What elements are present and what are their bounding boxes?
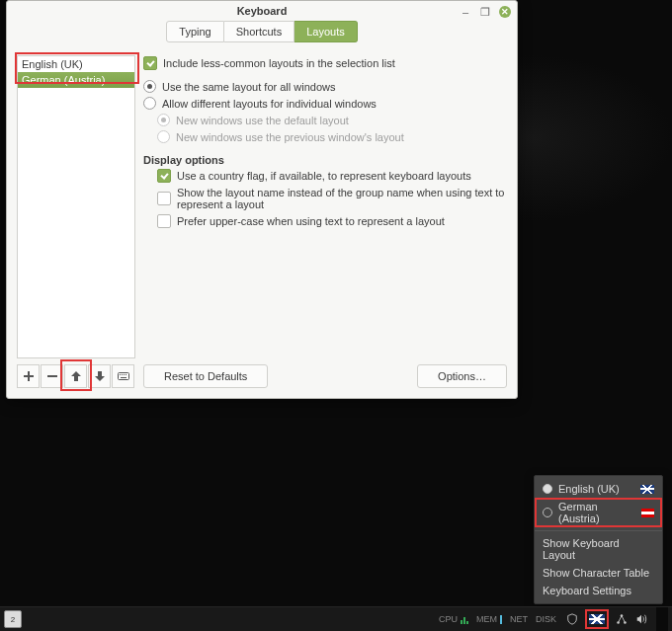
svg-rect-2 <box>120 374 121 375</box>
check-label: Use a country flag, if available, to rep… <box>177 170 471 182</box>
checkbox-icon[interactable] <box>157 169 171 183</box>
volume-icon[interactable] <box>634 612 648 626</box>
disk-meter[interactable]: DISK <box>533 614 559 624</box>
layout-option[interactable]: English (UK) <box>535 480 662 498</box>
tab-typing[interactable]: Typing <box>166 21 223 42</box>
checkbox-icon[interactable] <box>143 56 157 70</box>
svg-rect-6 <box>121 377 126 378</box>
svg-rect-0 <box>47 375 57 377</box>
radio-row: New windows use the default layout <box>143 113 507 127</box>
show-desktop-button[interactable] <box>656 607 668 631</box>
taskbar: 2 CPU MEM NET DISK <box>0 606 672 631</box>
radio-icon <box>543 508 552 517</box>
meter-label: NET <box>510 614 528 624</box>
arrow-down-icon <box>94 370 106 382</box>
checkbox-icon[interactable] <box>157 214 171 228</box>
arrow-up-icon <box>70 370 82 382</box>
cpu-meter[interactable]: CPU <box>436 614 471 624</box>
layouts-toolbar <box>17 364 135 388</box>
svg-rect-3 <box>122 374 123 375</box>
check-row[interactable]: Show the layout name instead of the grou… <box>143 186 507 211</box>
move-down-button[interactable] <box>88 364 111 388</box>
keyboard-settings-window: Keyboard – ❐ ✕ Typing Shortcuts Layouts … <box>6 0 518 399</box>
layout-label: English (UK) <box>558 483 620 495</box>
list-item[interactable]: German (Austria) <box>18 72 134 88</box>
layout-option[interactable]: German (Austria) <box>535 498 662 527</box>
tab-layouts[interactable]: Layouts <box>294 21 358 42</box>
preview-layout-button[interactable] <box>112 364 134 388</box>
keyboard-indicator-menu: English (UK) German (Austria) Show Keybo… <box>534 475 663 604</box>
tab-shortcuts[interactable]: Shortcuts <box>224 21 294 42</box>
layouts-list[interactable]: English (UK) German (Austria) <box>17 55 135 358</box>
check-label: Prefer upper-case when using text to rep… <box>177 215 445 227</box>
keyboard-layout-indicator[interactable] <box>585 609 609 629</box>
shield-icon[interactable] <box>565 612 579 626</box>
minimize-icon[interactable]: – <box>460 6 471 18</box>
meter-label: CPU <box>439 614 458 624</box>
menu-label: Show Character Table <box>543 567 649 579</box>
radio-row[interactable]: Use the same layout for all windows <box>143 79 507 94</box>
workspace-number: 2 <box>11 615 15 624</box>
reset-defaults-button[interactable]: Reset to Defaults <box>143 364 268 388</box>
mem-meter[interactable]: MEM <box>473 614 505 624</box>
move-up-button[interactable] <box>64 364 87 388</box>
radio-label: Allow different layouts for individual w… <box>162 98 377 110</box>
radio-icon <box>543 484 552 494</box>
network-icon[interactable] <box>615 612 629 626</box>
flag-uk-icon <box>640 485 654 494</box>
meter-label: MEM <box>476 614 497 624</box>
workspace-switcher[interactable]: 2 <box>4 610 22 628</box>
radio-icon[interactable] <box>143 97 156 110</box>
svg-rect-1 <box>118 373 128 380</box>
flag-uk-icon <box>589 614 605 624</box>
check-label: Include less-common layouts in the selec… <box>163 57 395 69</box>
svg-rect-5 <box>126 374 126 375</box>
tab-bar: Typing Shortcuts Layouts <box>166 21 357 42</box>
minus-icon <box>46 370 58 382</box>
radio-label: Use the same layout for all windows <box>162 81 335 93</box>
check-row[interactable]: Use a country flag, if available, to rep… <box>143 168 507 184</box>
layout-label: German (Austria) <box>558 501 635 524</box>
plus-icon <box>23 370 35 382</box>
close-icon[interactable]: ✕ <box>499 6 511 18</box>
radio-label: New windows use the default layout <box>176 115 349 126</box>
check-label: Show the layout name instead of the grou… <box>177 187 507 210</box>
section-heading: Display options <box>143 154 507 166</box>
radio-icon[interactable] <box>143 80 156 93</box>
menu-item[interactable]: Show Character Table <box>535 564 662 582</box>
add-layout-button[interactable] <box>17 364 40 388</box>
radio-label: New windows use the previous window's la… <box>176 131 404 143</box>
net-meter[interactable]: NET <box>507 614 531 624</box>
check-row[interactable]: Prefer upper-case when using text to rep… <box>143 213 507 229</box>
svg-rect-4 <box>124 374 125 375</box>
options-button[interactable]: Options… <box>417 364 507 388</box>
menu-item[interactable]: Show Keyboard Layout <box>535 534 662 564</box>
layouts-side-panel: English (UK) German (Austria) <box>17 55 135 388</box>
check-row[interactable]: Include less-common layouts in the selec… <box>143 55 507 71</box>
titlebar: Keyboard – ❐ ✕ Typing Shortcuts Layouts <box>7 1 517 47</box>
checkbox-icon[interactable] <box>157 192 171 205</box>
menu-separator <box>535 530 662 531</box>
menu-label: Show Keyboard Layout <box>543 537 654 561</box>
list-item[interactable]: English (UK) <box>18 56 134 72</box>
window-title: Keyboard <box>237 5 288 17</box>
maximize-icon[interactable]: ❐ <box>479 6 491 18</box>
meter-label: DISK <box>536 614 556 624</box>
radio-icon <box>157 114 170 126</box>
flag-at-icon <box>641 509 654 517</box>
menu-item[interactable]: Keyboard Settings <box>535 582 662 599</box>
menu-label: Keyboard Settings <box>543 585 631 596</box>
radio-row[interactable]: Allow different layouts for individual w… <box>143 96 507 111</box>
remove-layout-button[interactable] <box>41 364 63 388</box>
system-tray <box>561 612 652 626</box>
radio-icon <box>157 130 170 143</box>
keyboard-icon <box>118 370 129 382</box>
radio-row: New windows use the previous window's la… <box>143 129 507 144</box>
